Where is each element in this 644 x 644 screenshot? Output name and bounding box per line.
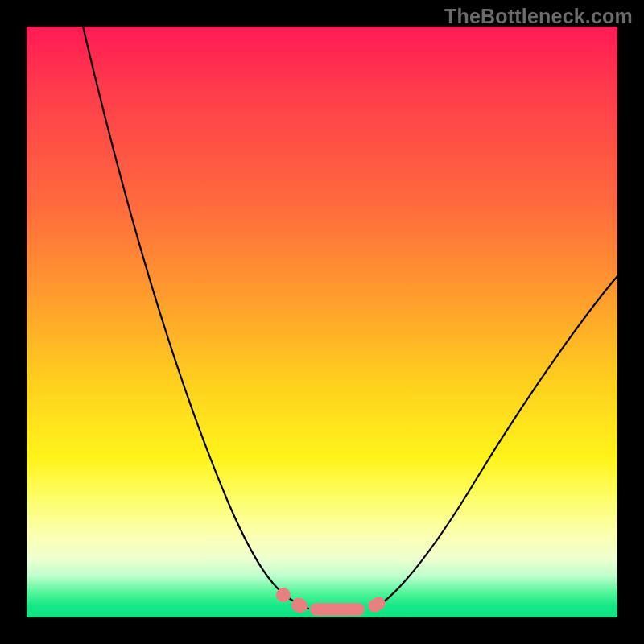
left-curve <box>83 27 308 609</box>
outer-frame: TheBottleneck.com <box>0 0 644 644</box>
bottom-segments-group <box>273 584 387 616</box>
segment-2 <box>289 596 310 616</box>
curve-layer <box>27 27 617 617</box>
segment-4 <box>365 595 387 615</box>
right-curve <box>373 276 617 609</box>
segment-3 <box>310 603 365 616</box>
watermark-text: TheBottleneck.com <box>444 5 633 28</box>
chart-plot-area <box>27 27 617 617</box>
